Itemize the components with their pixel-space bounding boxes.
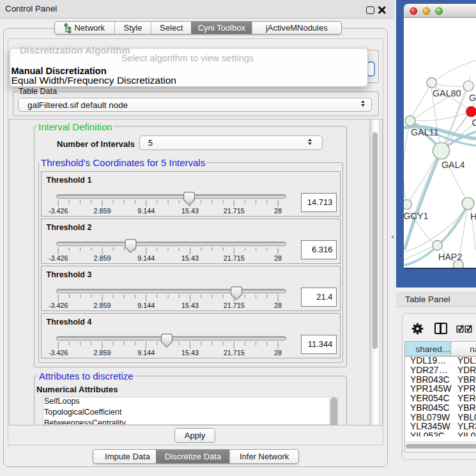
- svg-text:-3.426: -3.426: [48, 254, 68, 262]
- svg-text:-3.426: -3.426: [48, 302, 68, 309]
- svg-text:15.43: 15.43: [181, 302, 198, 309]
- svg-text:GAL80: GAL80: [433, 88, 461, 98]
- svg-text:GAL11: GAL11: [411, 127, 438, 137]
- svg-text:2.859: 2.859: [93, 207, 111, 215]
- svg-text:21.715: 21.715: [223, 254, 244, 262]
- svg-text:-3.426: -3.426: [48, 349, 68, 357]
- svg-text:28: 28: [273, 349, 281, 357]
- svg-text:21.715: 21.715: [223, 302, 244, 309]
- svg-text:C: C: [472, 118, 476, 128]
- svg-text:21.715: 21.715: [223, 349, 244, 357]
- svg-text:9.144: 9.144: [137, 207, 155, 215]
- svg-text:15.43: 15.43: [181, 349, 198, 357]
- svg-text:9.144: 9.144: [137, 302, 155, 309]
- svg-text:28: 28: [273, 254, 281, 262]
- svg-text:2.859: 2.859: [93, 349, 111, 357]
- svg-text:9.144: 9.144: [137, 254, 155, 262]
- svg-text:9.144: 9.144: [137, 349, 155, 357]
- svg-text:GA: GA: [469, 93, 476, 103]
- svg-text:21.715: 21.715: [223, 207, 244, 215]
- svg-text:15.43: 15.43: [181, 207, 198, 215]
- svg-text:28: 28: [273, 302, 281, 309]
- svg-text:GCY1: GCY1: [404, 211, 428, 221]
- svg-text:2.859: 2.859: [93, 254, 111, 262]
- svg-text:GAL4: GAL4: [441, 160, 465, 170]
- svg-text:15.43: 15.43: [181, 254, 198, 262]
- svg-text:H: H: [470, 211, 476, 222]
- svg-text:28: 28: [273, 207, 281, 215]
- svg-text:2.859: 2.859: [93, 302, 111, 309]
- svg-text:-3.426: -3.426: [48, 207, 68, 215]
- svg-text:HAP2: HAP2: [438, 252, 462, 262]
